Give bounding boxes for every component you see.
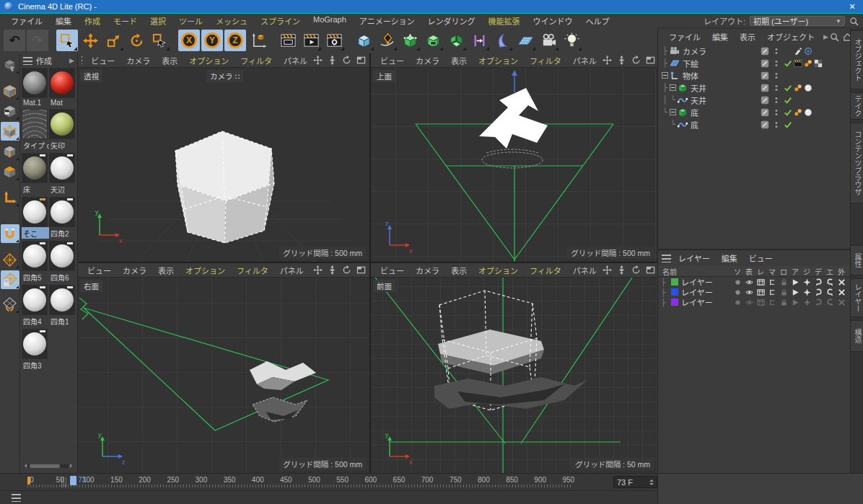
hamburger-menu-icon[interactable] [23, 57, 32, 65]
move-button[interactable] [79, 30, 101, 51]
material-thumbnail[interactable] [49, 285, 75, 315]
vp-menu-カメラ[interactable]: カメラ [410, 265, 445, 276]
expression-icon[interactable] [824, 299, 836, 306]
object-row[interactable]: ├天井 [658, 81, 850, 94]
scroll-track[interactable] [28, 464, 69, 468]
lock-icon[interactable] [778, 299, 789, 306]
menu-8[interactable]: MoGraph [307, 15, 353, 27]
menu-9[interactable]: アニメーション [353, 15, 421, 27]
tag-sphere-icon[interactable] [804, 108, 812, 117]
visibility-eye-icon[interactable] [743, 288, 755, 296]
menu-10[interactable]: レンダリング [421, 15, 481, 27]
menu-7[interactable]: スプライン [254, 15, 307, 27]
viewport-move-icon[interactable] [313, 265, 323, 275]
camera-button[interactable] [538, 30, 559, 51]
xref-icon[interactable] [836, 278, 847, 286]
viewport-move-icon[interactable] [603, 265, 612, 275]
material-thumbnail[interactable] [22, 68, 48, 98]
render-settings-button[interactable] [323, 30, 345, 51]
coordinate-system-button[interactable] [247, 30, 269, 51]
vp-menu-ビュー[interactable]: ビュー [374, 55, 410, 66]
vp-menu-ビュー[interactable]: ビュー [374, 265, 410, 276]
viewport-solo-tool[interactable] [1, 56, 19, 74]
generator-icon[interactable] [801, 299, 812, 306]
close-button[interactable]: ✕ [841, 2, 863, 12]
search-icon[interactable] [849, 17, 859, 26]
viewport-rotate-icon[interactable] [631, 56, 641, 65]
lock-y-button[interactable]: Y [201, 30, 223, 51]
side-tab-レイヤー[interactable]: レイヤー [851, 278, 863, 317]
layers-menu-2[interactable]: ビュー [743, 252, 779, 264]
vp-menu-ビュー[interactable]: ビュー [85, 55, 121, 66]
clamp-workplane-button[interactable] [1, 295, 19, 314]
layers-menu-1[interactable]: 編集 [716, 252, 743, 264]
snap-toggle-button[interactable] [1, 224, 19, 243]
viewport-rotate-icon[interactable] [342, 265, 351, 275]
material-thumbnail[interactable] [49, 68, 75, 98]
vp-menu-フィルタ[interactable]: フィルタ [524, 265, 567, 276]
timeline-playhead[interactable] [70, 476, 76, 485]
tag-check-icon[interactable] [782, 96, 794, 105]
tag-sphere-icon[interactable] [804, 84, 812, 92]
menu-0[interactable]: ファイル [4, 15, 49, 27]
tag-check-icon[interactable] [782, 59, 794, 68]
om-menu-2[interactable]: 表示 [734, 31, 761, 43]
menu-6[interactable]: メッシュ [209, 15, 254, 27]
side-tab-属性[interactable]: 属性 [851, 245, 863, 275]
viewport-rotate-icon[interactable] [631, 265, 641, 275]
tag-check-icon[interactable] [782, 120, 794, 129]
expand-collapse-box[interactable] [670, 109, 676, 115]
camera-chip[interactable]: カメラ ∷ [206, 70, 243, 82]
tag-edit-icon[interactable] [759, 96, 771, 105]
menu-12[interactable]: ウインドウ [526, 15, 579, 27]
hamburger-menu-icon[interactable] [662, 255, 671, 262]
layer-row[interactable]: ├レイヤー [658, 287, 850, 297]
solo-icon[interactable] [732, 299, 743, 306]
manager-icon[interactable] [766, 299, 778, 306]
side-tab-テイク[interactable]: テイク [851, 92, 863, 120]
floor-environment-button[interactable] [514, 30, 536, 51]
pen-spline-button[interactable] [376, 30, 398, 51]
tag-edit-icon[interactable] [759, 84, 771, 92]
lock-x-button[interactable]: X [178, 30, 200, 51]
add-primitive-cube-button[interactable] [353, 30, 374, 51]
side-tab-オブジェクト[interactable]: オブジェクト [851, 30, 863, 89]
deformer-icon[interactable] [812, 278, 824, 286]
viewport-dolly-icon[interactable] [328, 265, 337, 275]
render-picture-viewer-button[interactable] [300, 30, 322, 51]
timeline-ruler[interactable]: 0501001502002503003504004505005506006507… [0, 473, 657, 490]
modeling-boole-button[interactable] [422, 30, 444, 51]
viewport-dolly-icon[interactable] [328, 56, 337, 65]
generator-icon[interactable] [801, 288, 812, 296]
tag-check-icon[interactable] [782, 84, 794, 92]
tag-balls-icon[interactable] [794, 108, 802, 117]
viewport-move-icon[interactable] [313, 56, 323, 65]
viewport-dolly-icon[interactable] [617, 56, 626, 65]
lock-workplane-button[interactable] [1, 270, 19, 289]
material-item[interactable]: タイプ c [22, 109, 49, 151]
material-thumbnail[interactable] [22, 197, 48, 227]
viewport-maximize-icon[interactable] [356, 265, 366, 275]
rotate-button[interactable] [126, 30, 147, 51]
scale-button[interactable] [102, 30, 124, 51]
expand-collapse-box[interactable] [670, 84, 676, 91]
deformer-icon[interactable] [812, 288, 824, 296]
viewport-maximize-icon[interactable] [356, 56, 366, 65]
scroll-left-icon[interactable] [22, 464, 27, 468]
material-item[interactable]: 天辺 [49, 153, 76, 195]
edge-mode-button[interactable] [1, 142, 19, 161]
tag-brush-icon[interactable] [794, 47, 802, 56]
vp-menu-カメラ[interactable]: カメラ [121, 55, 156, 66]
material-thumbnail[interactable] [49, 109, 75, 139]
object-row[interactable]: 物体 [658, 69, 850, 81]
tag-checker-icon[interactable] [814, 59, 823, 68]
solo-icon[interactable] [732, 288, 743, 296]
vp-menu-フィルタ[interactable]: フィルタ [231, 265, 274, 276]
solo-icon[interactable] [732, 278, 743, 286]
material-thumbnail[interactable] [22, 329, 48, 359]
manager-icon[interactable] [766, 278, 778, 286]
frame-spinner[interactable] [649, 477, 654, 487]
material-item[interactable]: Mat [49, 68, 76, 107]
material-thumbnail[interactable] [49, 197, 75, 227]
scroll-right-icon[interactable] [70, 464, 74, 468]
